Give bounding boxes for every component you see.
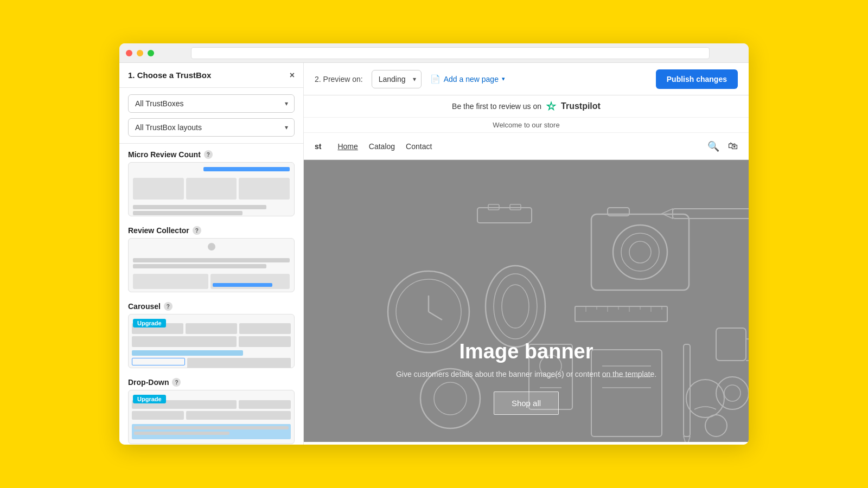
trustbox-name-dropdown: Drop-Down [128,378,169,387]
trustpilot-star-icon: ★ [546,101,557,112]
preview-dot [208,243,215,251]
preview-accent-bar [203,167,290,171]
dropdown-panel [132,424,291,439]
list-item: Micro Review Count ? [128,150,295,216]
welcome-bar: Welcome to our store [304,118,749,133]
store-nav-actions: 🔍 🛍 [707,140,738,152]
dropdown-cell-2 [239,400,291,409]
browser-dot-red[interactable] [126,50,132,56]
nav-link-home[interactable]: Home [337,142,358,151]
carousel-cell-4 [132,336,237,347]
info-icon-carousel[interactable]: ? [164,302,173,311]
browser-dot-green[interactable] [148,50,154,56]
nav-link-catalog[interactable]: Catalog [369,142,395,151]
trustpilot-brand-name: Trustpilot [561,101,601,111]
trustbox-preview-carousel[interactable]: Upgrade [128,314,295,368]
close-icon[interactable]: × [290,71,295,80]
hero-subtitle: Give customers details about the banner … [396,370,656,378]
trustpilot-text: Be the first to review us on [452,102,541,111]
browser-dot-yellow[interactable] [137,50,143,56]
store-nav-links: Home Catalog Contact [337,142,432,151]
trustbox-layout-select[interactable]: All TrustBox layouts Horizontal Vertical… [128,118,295,137]
chevron-down-icon: ▾ [502,75,505,82]
preview-cards [133,178,290,200]
trustbox-preview-review[interactable] [128,238,295,292]
search-icon[interactable]: 🔍 [707,140,719,152]
preview-card-2 [186,178,237,200]
left-panel: 1. Choose a TrustBox × All TrustBoxes Fr… [119,63,304,445]
info-icon-dropdown[interactable]: ? [172,378,181,387]
info-icon-micro[interactable]: ? [204,150,213,159]
preview-bar-r2 [133,264,266,268]
dropdown-panel-bar2 [134,432,229,435]
preview-bars [133,205,290,215]
panel-filters: All TrustBoxes Free Paid All TrustBox la… [119,88,303,144]
preview-card-1 [133,178,184,200]
preview-bars-review [133,258,290,268]
trustbox-layout-filter[interactable]: All TrustBox layouts Horizontal Vertical… [128,118,295,137]
trustbox-name-carousel: Carousel [128,302,161,311]
app-container: 1. Choose a TrustBox × All TrustBoxes Fr… [119,63,749,445]
preview-bar-r1 [133,258,290,262]
trustbox-type-filter[interactable]: All TrustBoxes Free Paid [128,94,295,113]
carousel-cell-2 [186,323,237,334]
list-item: Carousel ? Upgrade [128,302,295,368]
shop-all-button[interactable]: Shop all [494,391,559,415]
preview-blue-bar [213,283,273,287]
preview-bar-2 [133,211,242,215]
preview-review-card-1 [133,274,208,289]
trustpilot-bar: Be the first to review us on ★ Trustpilo… [304,95,749,118]
carousel-row-3 [132,358,291,368]
publish-changes-button[interactable]: Publish changes [656,69,738,89]
hero-banner: Image banner Give customers details abou… [304,160,749,442]
cart-icon[interactable]: 🛍 [728,140,738,152]
page-icon: 📄 [430,74,441,84]
preview-toolbar: 2. Preview on: Landing Home Catalog Cont… [304,63,749,95]
preview-review-card-2 [210,274,290,289]
preview-page-select[interactable]: Landing Home Catalog Contact [372,70,422,88]
carousel-cell-6 [187,358,291,368]
preview-bar-1 [133,205,266,209]
welcome-text: Welcome to our store [493,121,559,129]
trustbox-type-select[interactable]: All TrustBoxes Free Paid [128,94,295,113]
carousel-outline-box [132,358,185,365]
nav-link-contact[interactable]: Contact [406,142,432,151]
dropdown-preview-inner [129,397,294,442]
hero-content: Image banner Give customers details abou… [396,340,656,442]
list-item: Review Collector ? [128,226,295,292]
trustbox-preview-micro[interactable] [128,162,295,216]
trustbox-name-micro: Micro Review Count [128,150,201,159]
preview-page-select-wrapper[interactable]: Landing Home Catalog Contact [372,70,422,88]
preview-review-cards [133,274,290,289]
store-nav: st Home Catalog Contact 🔍 🛍 [304,133,749,160]
preview-inner-review [129,239,294,292]
trustbox-item-header-dropdown: Drop-Down ? [128,378,295,387]
trustbox-preview-dropdown[interactable]: Upgrade [128,390,295,444]
upgrade-badge-carousel: Upgrade [133,319,166,328]
trustbox-name-review: Review Collector [128,226,189,235]
trustpilot-brand: Trustpilot [561,101,601,111]
add-new-page-button[interactable]: 📄 Add a new page ▾ [430,74,505,84]
add-new-page-label: Add a new page [444,75,499,84]
dropdown-row-2 [132,411,291,420]
preview-on-label: 2. Preview on: [315,75,363,84]
preview-inner-micro [129,163,294,216]
carousel-blue-bar [132,350,243,356]
carousel-row-2 [132,336,291,347]
upgrade-badge-dropdown: Upgrade [133,395,166,403]
browser-window: 1. Choose a TrustBox × All TrustBoxes Fr… [119,43,749,445]
panel-title: 1. Choose a TrustBox [128,70,211,80]
dropdown-cell-3 [132,411,184,420]
right-preview: 2. Preview on: Landing Home Catalog Cont… [304,63,749,445]
trustbox-item-header-review: Review Collector ? [128,226,295,235]
hero-title: Image banner [396,340,656,363]
browser-chrome [119,43,749,63]
panel-header: 1. Choose a TrustBox × [119,63,303,88]
dropdown-panel-bar1 [134,426,289,429]
preview-card-3 [239,178,290,200]
dropdown-row-3 [132,424,291,439]
info-icon-review[interactable]: ? [193,226,201,235]
store-logo: st [315,142,321,151]
list-item: Drop-Down ? Upgrade [128,378,295,444]
browser-address-bar[interactable] [191,47,710,59]
